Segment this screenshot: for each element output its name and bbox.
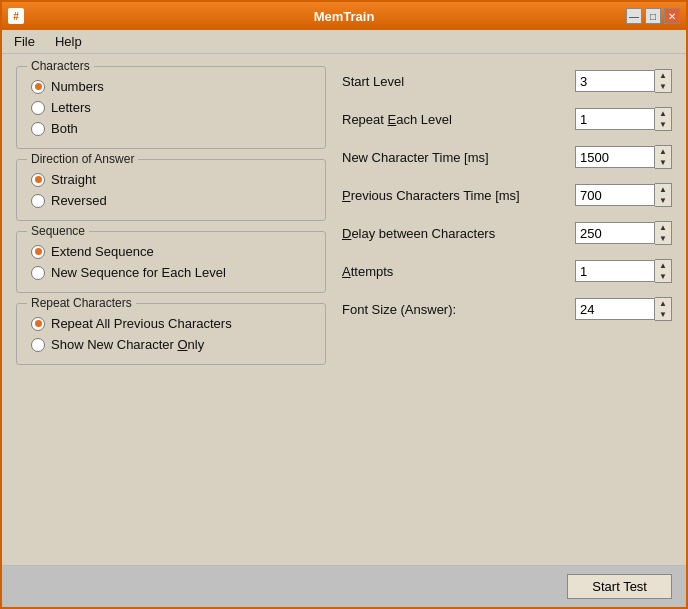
spinner-repeat-each: ▲ ▼ [575,107,672,131]
radio-numbers[interactable]: Numbers [31,79,311,94]
characters-group-title: Characters [27,59,94,73]
repeat-e: E [388,112,397,127]
spinner-up-delay-between[interactable]: ▲ [655,222,671,233]
radio-show-new-label: Show New Character Only [51,337,204,352]
app-icon: # [8,8,24,24]
sequence-group-title: Sequence [27,224,89,238]
radio-letters[interactable]: Letters [31,100,311,115]
field-repeat-each: Repeat Each Level ▲ ▼ [342,104,672,134]
spinner-down-attempts[interactable]: ▼ [655,271,671,282]
main-window: # MemTrain — □ ✕ File Help Characters [0,0,688,609]
direction-group: Direction of Answer Straight Reversed [16,159,326,221]
field-label-repeat-each: Repeat Each Level [342,112,575,127]
field-attempts: Attempts ▲ ▼ [342,256,672,286]
repeat-radio-group: Repeat All Previous Characters Show New … [31,316,311,352]
spinner-input-font-size[interactable] [575,298,655,320]
field-delay-between: Delay between Characters ▲ ▼ [342,218,672,248]
spinner-down-delay-between[interactable]: ▼ [655,233,671,244]
sequence-group: Sequence Extend Sequence New Sequence fo… [16,231,326,293]
spacer [16,365,672,553]
radio-extend-label: Extend Sequence [51,244,154,259]
spinner-prev-char-time: ▲ ▼ [575,183,672,207]
spinner-input-new-char-time[interactable] [575,146,655,168]
spinner-start-level: ▲ ▼ [575,69,672,93]
title-bar-left: # [8,8,24,24]
field-start-level: Start Level ▲ ▼ [342,66,672,96]
field-label-start-level: Start Level [342,74,575,89]
right-panel: Start Level ▲ ▼ Repeat Each Level [342,66,672,365]
spinner-btns-font-size: ▲ ▼ [655,297,672,321]
spinner-down-prev-char-time[interactable]: ▼ [655,195,671,206]
new-seq-n: N [51,265,60,280]
spinner-up-start-level[interactable]: ▲ [655,70,671,81]
field-label-attempts: Attempts [342,264,575,279]
spinner-delay-between: ▲ ▼ [575,221,672,245]
spinner-down-font-size[interactable]: ▼ [655,309,671,320]
spinner-btns-prev-char-time: ▲ ▼ [655,183,672,207]
spinner-input-repeat-each[interactable] [575,108,655,130]
attempts-a: A [342,264,351,279]
spinner-new-char-time: ▲ ▼ [575,145,672,169]
radio-repeat-all-label: Repeat All Previous Characters [51,316,232,331]
radio-numbers-label: Numbers [51,79,104,94]
field-label-delay-between: Delay between Characters [342,226,575,241]
show-new-o: O [177,337,187,352]
menu-help[interactable]: Help [47,32,90,51]
spinner-down-new-char-time[interactable]: ▼ [655,157,671,168]
field-label-font-size: Font Size (Answer): [342,302,575,317]
close-button[interactable]: ✕ [664,8,680,24]
spinner-down-repeat-each[interactable]: ▼ [655,119,671,130]
characters-group: Characters Numbers Letters Both [16,66,326,149]
bottom-bar: Start Test [2,565,686,607]
spinner-up-new-char-time[interactable]: ▲ [655,146,671,157]
spinner-attempts: ▲ ▼ [575,259,672,283]
radio-repeat-all[interactable]: Repeat All Previous Characters [31,316,311,331]
title-controls: — □ ✕ [626,8,680,24]
field-font-size: Font Size (Answer): ▲ ▼ [342,294,672,324]
window-title: MemTrain [314,9,375,24]
radio-both[interactable]: Both [31,121,311,136]
main-layout: Characters Numbers Letters Both [16,66,672,365]
spinner-input-prev-char-time[interactable] [575,184,655,206]
radio-extend-sequence[interactable]: Extend Sequence [31,244,311,259]
direction-radio-group: Straight Reversed [31,172,311,208]
spinner-input-delay-between[interactable] [575,222,655,244]
spinner-btns-new-char-time: ▲ ▼ [655,145,672,169]
radio-reversed-label: Reversed [51,193,107,208]
maximize-button[interactable]: □ [645,8,661,24]
radio-new-sequence-circle [31,266,45,280]
spinner-up-font-size[interactable]: ▲ [655,298,671,309]
radio-reversed[interactable]: Reversed [31,193,311,208]
start-test-button[interactable]: Start Test [567,574,672,599]
repeat-group-title: Repeat Characters [27,296,136,310]
sequence-radio-group: Extend Sequence New Sequence for Each Le… [31,244,311,280]
prev-p: P [342,188,351,203]
menu-file[interactable]: File [6,32,43,51]
radio-both-label: Both [51,121,78,136]
radio-both-circle [31,122,45,136]
direction-group-title: Direction of Answer [27,152,138,166]
radio-numbers-circle [31,80,45,94]
radio-show-new[interactable]: Show New Character Only [31,337,311,352]
radio-repeat-all-circle [31,317,45,331]
spinner-font-size: ▲ ▼ [575,297,672,321]
spinner-input-start-level[interactable] [575,70,655,92]
radio-straight-circle [31,173,45,187]
radio-reversed-circle [31,194,45,208]
minimize-button[interactable]: — [626,8,642,24]
radio-straight-label: Straight [51,172,96,187]
spinner-down-start-level[interactable]: ▼ [655,81,671,92]
spinner-input-attempts[interactable] [575,260,655,282]
characters-radio-group: Numbers Letters Both [31,79,311,136]
spinner-up-repeat-each[interactable]: ▲ [655,108,671,119]
field-new-char-time: New Character Time [ms] ▲ ▼ [342,142,672,172]
radio-letters-label: Letters [51,100,91,115]
delay-d: D [342,226,351,241]
new-seq-rest: ew Sequence for Each Level [60,265,226,280]
title-bar: # MemTrain — □ ✕ [2,2,686,30]
radio-straight[interactable]: Straight [31,172,311,187]
radio-letters-circle [31,101,45,115]
spinner-up-attempts[interactable]: ▲ [655,260,671,271]
radio-new-sequence[interactable]: New Sequence for Each Level [31,265,311,280]
spinner-up-prev-char-time[interactable]: ▲ [655,184,671,195]
